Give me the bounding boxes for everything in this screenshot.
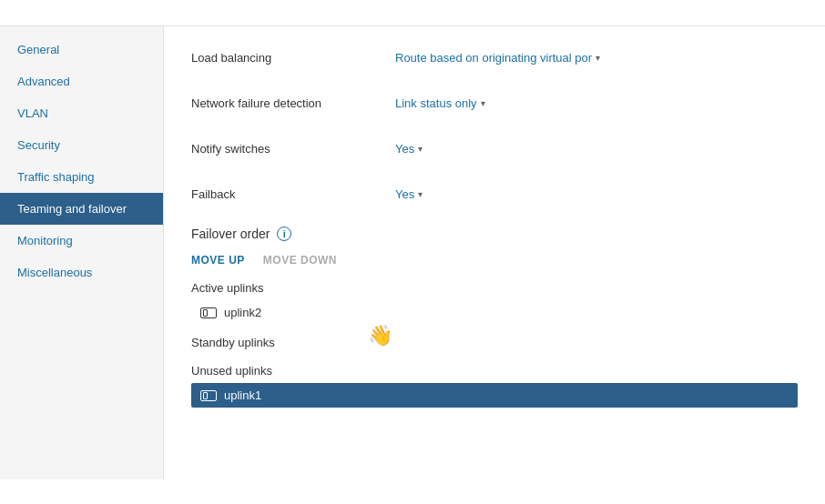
label-network-failure: Network failure detection	[191, 96, 392, 110]
active-uplinks-group: Active uplinksuplink2	[191, 277, 798, 325]
failover-section: Failover orderiMOVE UPMOVE DOWNActive up…	[191, 227, 798, 408]
uplink-name-uplink2: uplink2	[224, 306, 261, 319]
standby-uplinks-label: Standby uplinks	[191, 332, 798, 353]
uplink-icon-uplink1	[200, 390, 217, 401]
unused-uplinks-label: Unused uplinks	[191, 360, 798, 381]
form-row-network-failure: Network failure detectionLink status onl…	[191, 90, 798, 116]
dropdown-value-network-failure: Link status only	[395, 96, 477, 110]
failover-actions: MOVE UPMOVE DOWN	[191, 254, 798, 267]
caret-icon-load-balancing: ▾	[596, 53, 600, 63]
main-content: Load balancingRoute based on originating…	[164, 26, 825, 479]
form-row-load-balancing: Load balancingRoute based on originating…	[191, 45, 798, 70]
dropdown-network-failure[interactable]: Link status only▾	[392, 95, 489, 112]
move-up-button[interactable]: MOVE UP	[191, 254, 245, 267]
unused-uplinks-group: Unused uplinksuplink1	[191, 360, 798, 408]
uplink-item-uplink1[interactable]: uplink1	[191, 383, 798, 408]
form-row-notify-switches: Notify switchesYes▾	[191, 136, 798, 161]
move-down-button[interactable]: MOVE DOWN	[263, 254, 337, 267]
label-notify-switches: Notify switches	[191, 142, 392, 156]
dropdown-failback[interactable]: Yes▾	[392, 186, 426, 203]
sidebar-item-monitoring[interactable]: Monitoring	[0, 225, 163, 257]
label-load-balancing: Load balancing	[191, 51, 392, 65]
main-layout: GeneralAdvancedVLANSecurityTraffic shapi…	[0, 26, 825, 479]
dropdown-value-load-balancing: Route based on originating virtual por	[395, 51, 592, 65]
uplink-name-uplink1: uplink1	[224, 388, 261, 402]
failover-title-text: Failover order	[191, 227, 270, 241]
active-uplinks-label: Active uplinks	[191, 277, 798, 298]
failover-title: Failover orderi	[191, 227, 798, 241]
dropdown-value-failback: Yes	[395, 187, 414, 201]
form-row-failback: FailbackYes▾	[191, 181, 798, 207]
sidebar-item-miscellaneous[interactable]: Miscellaneous	[0, 257, 163, 288]
label-failback: Failback	[191, 187, 392, 201]
dropdown-value-notify-switches: Yes	[395, 142, 414, 156]
dropdown-notify-switches[interactable]: Yes▾	[392, 140, 426, 157]
dropdown-load-balancing[interactable]: Route based on originating virtual por▾	[392, 49, 604, 66]
uplink-icon-uplink2	[200, 307, 217, 318]
sidebar-item-teaming-failover[interactable]: Teaming and failover	[0, 193, 163, 225]
uplink-item-uplink2[interactable]: uplink2	[191, 300, 798, 325]
sidebar-item-security[interactable]: Security	[0, 129, 163, 161]
caret-icon-failback: ▾	[418, 189, 423, 199]
caret-icon-notify-switches: ▾	[418, 144, 423, 154]
sidebar: GeneralAdvancedVLANSecurityTraffic shapi…	[0, 26, 164, 479]
info-icon[interactable]: i	[277, 227, 291, 241]
page-header	[0, 0, 825, 26]
sidebar-item-vlan[interactable]: VLAN	[0, 97, 163, 129]
sidebar-item-advanced[interactable]: Advanced	[0, 66, 163, 97]
sidebar-item-traffic-shaping[interactable]: Traffic shaping	[0, 161, 163, 193]
standby-uplinks-group: Standby uplinks	[191, 332, 798, 353]
sidebar-item-general[interactable]: General	[0, 34, 163, 66]
caret-icon-network-failure: ▾	[481, 98, 485, 108]
